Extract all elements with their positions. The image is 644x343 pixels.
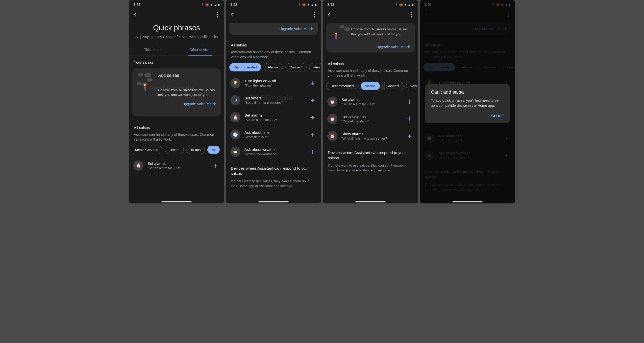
alarm-icon: ⏰ [327,97,337,107]
tab-this-phone[interactable]: This phone [129,44,177,55]
screen-3: 3:43 ᛒ 🔕 ▾ ◢ ▮ Choose from All sa [323,0,418,203]
wifi-icon: ▾ [211,3,212,7]
devices-body: If others want to use salsas, they can s… [226,178,321,189]
devices-heading: Devices where Assistant can respond to y… [323,145,418,163]
screen-2: 3:43 ᛒ 🔕 ▾ ◢ ▮ Upgrade Voice Match All s… [226,0,321,203]
all-salsas-description: Assistant can handle any of these salsas… [231,50,316,60]
wifi-icon: ▾ [405,3,406,7]
chip-to-dos[interactable]: To dos [186,146,205,154]
nav-handle[interactable] [355,201,386,202]
add-button[interactable]: ＋ [309,95,317,105]
list-item: ⏰ Show alarms"What time is my alarm set … [323,127,418,145]
tab-bar: This phone Other devices [129,44,224,56]
screen-4: 3:46 ᛒ 🔕 ▾ ◢ ▮ Upgrade Voice Match All s… [420,0,515,203]
chip-recommended[interactable]: Recommended [326,82,358,90]
status-bar: 3:43 ᛒ 🔕 ▾ ◢ ▮ [323,0,418,9]
item-example: "What's the weather?" [244,152,305,156]
nav-handle[interactable] [161,201,192,202]
add-button[interactable]: ＋ [309,130,317,139]
dnd-icon: 🔕 [302,3,306,7]
nav-handle[interactable] [452,201,483,202]
app-bar [226,9,321,23]
all-salsas-description: Assistant can handle any of these salsas… [328,68,413,78]
alarm-icon: ⏰ [327,131,337,141]
dialog-close-button[interactable]: CLOSE [491,114,504,118]
add-button[interactable]: ＋ [406,114,414,124]
weather-icon: ⛅ [230,147,240,157]
all-salsas-heading: All salsas [323,57,418,68]
error-dialog: Can't add salsa To add quick phrases, yo… [425,84,510,123]
clock: 3:43 [230,3,237,7]
item-title: Set timers [244,96,305,100]
add-button[interactable]: ＋ [309,147,317,156]
alarm-icon: ⏰ [327,114,337,124]
dnd-icon: 🔕 [205,3,209,7]
chip-alarms[interactable]: Alarms [264,63,283,71]
status-icons: ᛒ 🔕 ▾ ◢ ▮ [299,3,317,7]
back-button[interactable] [132,12,138,18]
back-button[interactable] [229,12,235,18]
chip-all[interactable]: All [207,146,220,154]
back-button[interactable] [326,12,332,18]
chip-recommended[interactable]: Recommended [229,63,261,71]
overflow-menu-button[interactable] [215,12,221,18]
upgrade-voice-match-button[interactable]: Upgrade Voice Match [182,102,216,106]
list-item: ⏰ Set alarms"Set an alarm for 7 AM" ＋ [226,109,321,126]
dialog-body: To add quick phrases, you'll first need … [431,98,504,108]
item-example: "What time is it?" [244,135,305,139]
overflow-menu-button[interactable] [409,12,415,18]
svg-rect-6 [335,38,336,39]
chip-connect[interactable]: Connect [382,82,404,90]
nav-handle[interactable] [258,201,289,202]
add-button[interactable]: ＋ [309,78,317,88]
item-title: Set alarms [341,97,402,102]
list-item: ⏰ Set alarms"Set an alarm for 7 AM" ＋ [323,93,418,110]
filter-chips: Recommended Alarms Connect Gen [226,63,321,74]
battery-icon: ▮ [412,3,414,7]
add-salsas-card: Add salsas Choose from All salsas below.… [132,68,221,116]
add-salsas-title: Add salsas [158,73,216,78]
chip-alarms[interactable]: Alarms [361,82,380,90]
add-button[interactable]: ＋ [406,131,414,141]
svg-rect-1 [144,86,146,89]
chip-media-controls[interactable]: Media Controls [131,146,162,154]
item-example: "Turn the lights on" [244,84,305,87]
chip-connect[interactable]: Connect [285,63,307,71]
person-icon [334,32,338,39]
all-salsas-heading: All salsas [226,38,321,50]
list-item: 🕒 Ask about time"What time is it?" ＋ [226,126,321,143]
screen-1: 3:44 ᛒ 🔕 ▾ ◢ ▮ Quick phrases Skip saying… [129,0,224,203]
add-salsas-body: Choose from All salsas below. Salsas tha… [351,27,410,37]
svg-rect-7 [336,38,337,39]
tab-other-devices[interactable]: Other devices [177,44,224,55]
add-salsas-body: Choose from All salsas below. Salsas tha… [158,88,216,97]
svg-point-4 [335,33,337,35]
add-button[interactable]: ＋ [309,113,317,122]
upgrade-voice-match-button[interactable]: Upgrade Voice Match [279,27,313,31]
clock: 3:43 [327,3,334,7]
status-bar: 3:44 ᛒ 🔕 ▾ ◢ ▮ [129,0,224,9]
svg-rect-3 [145,89,146,91]
devices-body: If others want to use salsas, they can s… [323,163,418,173]
app-bar [323,9,418,23]
item-title: Show alarms [341,132,402,136]
all-salsas-heading: All salsas [129,121,224,132]
chip-timers[interactable]: Timers [165,146,184,154]
dialog-title: Can't add salsa [431,89,504,95]
upgrade-voice-match-button[interactable]: Upgrade Voice Match [376,45,410,49]
page-subtitle: Skip saying "Hey Google" for help with s… [135,35,218,40]
status-icons: ᛒ 🔕 ▾ ◢ ▮ [202,3,220,7]
item-title: Set alarms [147,161,208,166]
person-icon [143,84,146,91]
dnd-icon: 🔕 [399,3,403,7]
add-button[interactable]: ＋ [212,161,220,170]
overflow-menu-button[interactable] [312,12,318,18]
filter-chips: Recommended Alarms Connect Gen [323,81,418,93]
chip-general[interactable]: Gen [309,63,321,71]
add-button[interactable]: ＋ [406,97,414,107]
svg-rect-5 [335,35,337,38]
filter-chips: Media Controls Timers To dos All [129,145,224,157]
chip-general[interactable]: Gen [406,82,418,90]
bluetooth-icon: ᛒ [395,3,398,7]
salsa-list: 9to5Google 💡 Turn lights on & off"Turn t… [226,74,321,160]
